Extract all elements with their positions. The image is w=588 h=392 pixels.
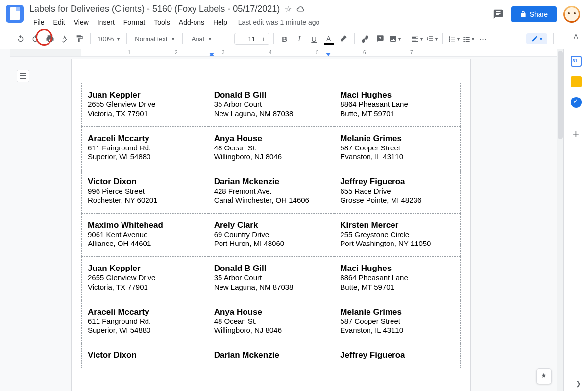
label-cell[interactable]: Araceli Mccarty611 Fairground Rd.Superio… bbox=[82, 126, 208, 170]
menu-tools[interactable]: Tools bbox=[150, 16, 174, 28]
star-icon[interactable]: ☆ bbox=[285, 4, 292, 14]
menu-insert[interactable]: Insert bbox=[94, 16, 119, 28]
last-edit-link[interactable]: Last edit was 1 minute ago bbox=[238, 18, 320, 26]
zoom-dropdown[interactable]: 100% bbox=[95, 35, 122, 43]
label-name: Juan Keppler bbox=[88, 264, 202, 273]
label-address-line: 8864 Pheasant Lane bbox=[340, 273, 454, 283]
label-cell[interactable]: Donald B Gill35 Arbor CourtNew Laguna, N… bbox=[208, 257, 334, 300]
label-address-line: 587 Cooper Street bbox=[340, 317, 454, 326]
indent-marker-icon[interactable] bbox=[209, 53, 214, 56]
table-row: Victor Dixon996 Pierce StreetRochester, … bbox=[82, 170, 461, 214]
label-address-line: 2655 Glenview Drive bbox=[88, 273, 202, 283]
font-size-input[interactable] bbox=[245, 35, 258, 43]
account-avatar[interactable] bbox=[564, 6, 580, 23]
font-family-dropdown[interactable]: Arial bbox=[187, 35, 226, 43]
cloud-status-icon[interactable] bbox=[296, 6, 305, 13]
tasks-addon-icon[interactable] bbox=[571, 97, 582, 108]
label-cell[interactable]: Victor Dixon996 Pierce StreetRochester, … bbox=[82, 170, 208, 214]
ruler-tick: 2 bbox=[175, 50, 178, 55]
print-button[interactable] bbox=[43, 32, 57, 46]
label-cell[interactable]: Maci Hughes8864 Pheasant LaneButte, MT 5… bbox=[334, 257, 461, 300]
document-title[interactable]: Labels for Deliveries (Clients) - 5160 (… bbox=[29, 4, 280, 14]
italic-button[interactable]: I bbox=[293, 32, 306, 46]
get-addons-button[interactable]: + bbox=[573, 128, 579, 141]
comments-icon[interactable] bbox=[492, 8, 504, 20]
add-comment-button[interactable] bbox=[373, 32, 387, 46]
bold-button[interactable]: B bbox=[278, 32, 292, 46]
right-indent-marker-icon[interactable] bbox=[326, 53, 331, 56]
label-address-line: Evanston, IL 43110 bbox=[340, 152, 454, 162]
label-cell[interactable]: Juan Keppler2655 Glenview DriveVictoria,… bbox=[82, 83, 208, 127]
menu-addons[interactable]: Add-ons bbox=[175, 16, 208, 28]
table-row: Araceli Mccarty611 Fairground Rd.Superio… bbox=[82, 126, 461, 170]
editing-mode-dropdown[interactable]: ▾ bbox=[526, 33, 547, 44]
label-address-line: New Laguna, NM 87038 bbox=[214, 283, 328, 292]
hide-side-panel-button[interactable]: ❯ bbox=[576, 380, 581, 387]
checklist-button[interactable] bbox=[447, 32, 461, 46]
label-cell[interactable]: Darian Mckenzie bbox=[208, 343, 334, 368]
label-cell[interactable]: Maci Hughes8864 Pheasant LaneButte, MT 5… bbox=[334, 83, 461, 127]
show-outline-button[interactable] bbox=[17, 70, 29, 82]
menu-view[interactable]: View bbox=[70, 16, 93, 28]
share-button[interactable]: Share bbox=[511, 6, 557, 22]
text-color-button[interactable]: A bbox=[322, 32, 336, 46]
menu-file[interactable]: File bbox=[29, 16, 49, 28]
bulleted-list-button[interactable] bbox=[462, 32, 475, 46]
label-address-line: Superior, WI 54880 bbox=[88, 152, 202, 162]
line-spacing-button[interactable] bbox=[425, 32, 439, 46]
ruler-tick: 7 bbox=[410, 50, 413, 55]
ruler-tick: 1 bbox=[128, 50, 131, 55]
underline-button[interactable]: U bbox=[307, 32, 321, 46]
document-page[interactable]: Juan Keppler2655 Glenview DriveVictoria,… bbox=[71, 59, 471, 391]
paragraph-style-dropdown[interactable]: Normal text bbox=[131, 35, 178, 43]
label-name: Victor Dixon bbox=[88, 177, 202, 187]
calendar-addon-icon[interactable] bbox=[571, 56, 582, 67]
highlight-color-button[interactable] bbox=[337, 32, 350, 46]
undo-button[interactable] bbox=[14, 32, 27, 46]
label-cell[interactable]: Araceli Mccarty611 Fairground Rd.Superio… bbox=[82, 300, 208, 343]
paint-format-button[interactable] bbox=[73, 32, 86, 46]
label-cell[interactable]: Juan Keppler2655 Glenview DriveVictoria,… bbox=[82, 257, 208, 300]
insert-link-button[interactable] bbox=[359, 32, 372, 46]
document-canvas[interactable]: 1 2 3 4 5 6 7 Juan Keppler2655 Glenview … bbox=[0, 49, 564, 391]
redo-button[interactable] bbox=[28, 32, 42, 46]
label-cell[interactable]: Arely Clark69 Country DrivePort Huron, M… bbox=[208, 213, 334, 257]
label-cell[interactable]: Maximo Whitehead9061 Kent AvenueAlliance… bbox=[82, 213, 208, 257]
ruler-tick: 6 bbox=[363, 50, 366, 55]
explore-button[interactable] bbox=[536, 368, 552, 384]
scrollbar-thumb[interactable] bbox=[558, 51, 563, 139]
label-cell[interactable]: Anya House48 Ocean St.Willingboro, NJ 80… bbox=[208, 126, 334, 170]
keep-addon-icon[interactable] bbox=[571, 76, 582, 87]
label-address-line: 255 Greystone Circle bbox=[340, 230, 454, 240]
menu-help[interactable]: Help bbox=[209, 16, 231, 28]
labels-table[interactable]: Juan Keppler2655 Glenview DriveVictoria,… bbox=[81, 83, 461, 368]
menu-edit[interactable]: Edit bbox=[49, 16, 69, 28]
label-name: Maximo Whitehead bbox=[88, 220, 202, 230]
label-name: Anya House bbox=[214, 307, 328, 317]
font-size-increase[interactable]: + bbox=[258, 33, 269, 44]
label-address-line: 35 Arbor Court bbox=[214, 100, 328, 109]
label-cell[interactable]: Melanie Grimes587 Cooper StreetEvanston,… bbox=[334, 126, 461, 170]
label-name: Donald B Gill bbox=[214, 90, 328, 100]
horizontal-ruler[interactable]: 1 2 3 4 5 6 7 bbox=[10, 49, 559, 57]
menu-format[interactable]: Format bbox=[120, 16, 149, 28]
font-size-control: − + bbox=[234, 33, 270, 45]
label-address-line: 69 Country Drive bbox=[214, 230, 328, 240]
font-size-decrease[interactable]: − bbox=[235, 33, 245, 44]
label-cell[interactable]: Victor Dixon bbox=[82, 343, 208, 368]
label-cell[interactable]: Melanie Grimes587 Cooper StreetEvanston,… bbox=[334, 300, 461, 343]
vertical-scrollbar[interactable] bbox=[557, 49, 564, 391]
label-cell[interactable]: Donald B Gill35 Arbor CourtNew Laguna, N… bbox=[208, 83, 334, 127]
vertical-ruler[interactable] bbox=[2, 59, 9, 391]
label-cell[interactable]: Darian Mckenzie428 Fremont Ave.Canal Win… bbox=[208, 170, 334, 214]
label-cell[interactable]: Kirsten Mercer255 Greystone CirclePort W… bbox=[334, 213, 461, 257]
spellcheck-button[interactable] bbox=[58, 32, 72, 46]
label-cell[interactable]: Anya House48 Ocean St.Willingboro, NJ 80… bbox=[208, 300, 334, 343]
label-cell[interactable]: Jeffrey Figueroa655 Race DriveGrosse Poi… bbox=[334, 170, 461, 214]
more-button[interactable]: ⋯ bbox=[476, 32, 490, 46]
label-cell[interactable]: Jeffrey Figueroa bbox=[334, 343, 461, 368]
docs-logo-icon[interactable] bbox=[6, 5, 24, 23]
insert-image-button[interactable] bbox=[388, 32, 402, 46]
align-button[interactable] bbox=[410, 32, 424, 46]
hide-menus-button[interactable]: ᐱ bbox=[574, 33, 578, 40]
